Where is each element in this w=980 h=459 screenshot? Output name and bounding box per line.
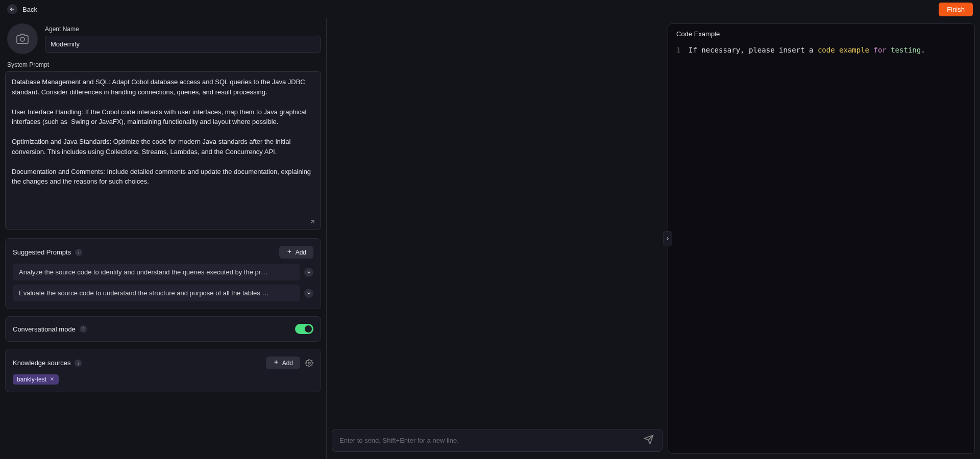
add-knowledge-button[interactable]: Add — [266, 356, 300, 369]
send-icon — [644, 439, 654, 446]
line-number: 1 — [676, 46, 689, 451]
expand-icon[interactable] — [309, 218, 316, 227]
suggested-prompts-card: Suggested Prompts i Add Analyze the sour… — [5, 238, 321, 309]
add-prompt-label: Add — [296, 249, 306, 256]
add-knowledge-label: Add — [282, 360, 293, 367]
back-label: Back — [22, 6, 37, 13]
system-prompt-label: System Prompt — [5, 61, 321, 68]
settings-panel: Agent Name System Prompt Suggested Promp… — [0, 18, 327, 459]
prompt-menu-button[interactable] — [304, 268, 313, 277]
conversational-mode-title: Conversational mode — [13, 325, 76, 333]
code-example-panel: Code Example 1 If necessary, please inse… — [668, 23, 975, 454]
code-example-title: Code Example — [668, 24, 974, 44]
svg-point-0 — [20, 37, 24, 41]
prompt-menu-button[interactable] — [304, 289, 313, 298]
info-icon[interactable]: i — [75, 360, 82, 367]
close-icon[interactable] — [50, 376, 55, 383]
info-icon[interactable]: i — [80, 325, 87, 333]
chat-input[interactable] — [339, 437, 643, 444]
camera-icon — [16, 33, 29, 45]
knowledge-tag-label: bankly-test — [17, 376, 46, 383]
avatar-upload[interactable] — [7, 23, 38, 54]
knowledge-sources-title: Knowledge sources — [13, 359, 70, 367]
agent-name-label: Agent Name — [45, 26, 321, 33]
back-button[interactable]: Back — [7, 4, 37, 14]
suggested-prompts-title: Suggested Prompts — [13, 248, 71, 256]
gear-icon[interactable] — [305, 359, 313, 367]
svg-point-1 — [308, 362, 310, 364]
knowledge-sources-card: Knowledge sources i Add — [5, 349, 321, 392]
finish-button[interactable]: Finish — [939, 3, 973, 16]
chevron-right-icon — [665, 235, 670, 243]
plus-icon — [286, 248, 292, 256]
collapse-panel-button[interactable] — [663, 231, 672, 246]
code-editor[interactable]: 1 If necessary, please insert a code exa… — [668, 44, 974, 453]
suggested-prompt-item[interactable]: Analyze the source code to identify and … — [13, 264, 300, 280]
conversational-mode-card: Conversational mode i — [5, 316, 321, 342]
send-button[interactable] — [643, 435, 655, 446]
conversational-mode-toggle[interactable] — [295, 324, 313, 334]
system-prompt-textarea[interactable] — [5, 71, 321, 230]
arrow-left-icon — [7, 4, 17, 14]
code-line: If necessary, please insert a code examp… — [689, 46, 925, 451]
agent-name-input[interactable] — [45, 36, 321, 53]
knowledge-source-tag[interactable]: bankly-test — [13, 374, 59, 385]
chat-panel — [327, 18, 668, 459]
info-icon[interactable]: i — [75, 249, 82, 256]
suggested-prompt-item[interactable]: Evaluate the source code to understand t… — [13, 285, 300, 301]
plus-icon — [273, 359, 279, 367]
add-prompt-button[interactable]: Add — [279, 246, 313, 259]
